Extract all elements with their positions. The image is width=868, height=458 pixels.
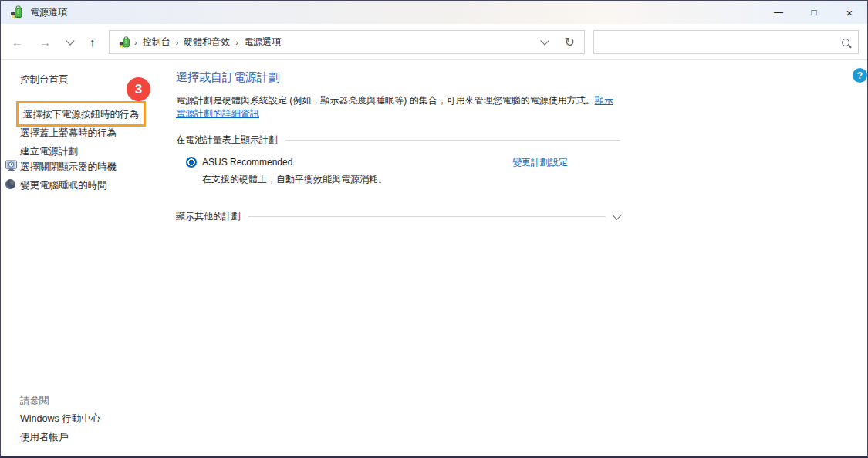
- help-button[interactable]: ?: [853, 68, 867, 83]
- search-icon[interactable]: [842, 39, 849, 46]
- intro-text: 電源計劃是硬體與系統設定 (例如，顯示器亮度與睡眠等) 的集合，可用來管理您電腦…: [176, 95, 595, 106]
- sidebar-item-choose-power-button-behavior[interactable]: 選擇按下電源按鈕時的行為: [16, 101, 146, 127]
- plan-radio-selected[interactable]: [186, 157, 197, 168]
- address-dropdown-chevron-icon[interactable]: [540, 36, 549, 45]
- show-additional-plans-expander[interactable]: 顯示其他的計劃: [176, 210, 620, 223]
- see-also-header: 請參閱: [20, 395, 49, 408]
- nav-buttons: ← → ↑: [12, 24, 96, 59]
- address-bar[interactable]: › 控制台 › 硬體和音效 › 電源選項 ↻: [109, 30, 585, 54]
- search-input[interactable]: [603, 36, 842, 49]
- plan-description: 在支援的硬體上，自動平衡效能與電源消耗。: [202, 173, 620, 186]
- maximize-button[interactable]: □: [796, 1, 832, 24]
- breadcrumb-item-control-panel[interactable]: 控制台: [143, 36, 171, 49]
- sidebar-item-change-sleep-time[interactable]: 變更電腦睡眠的時間: [20, 179, 107, 192]
- change-plan-settings-link[interactable]: 變更計劃設定: [512, 156, 568, 169]
- main-content: 選擇或自訂電源計劃 電源計劃是硬體與系統設定 (例如，顯示器亮度與睡眠等) 的集…: [176, 70, 620, 223]
- group-divider-line: [285, 140, 620, 141]
- back-button[interactable]: ←: [12, 36, 23, 48]
- sidebar-item-choose-lid-close-behavior[interactable]: 選擇蓋上螢幕時的行為: [20, 127, 117, 140]
- breadcrumb-separator: ›: [134, 38, 137, 47]
- power-plan-row: ASUS Recommended 變更計劃設定: [176, 157, 620, 168]
- minimize-button[interactable]: —: [761, 1, 796, 24]
- power-plug-battery-icon: [119, 36, 131, 49]
- battery-meter-plans-group: 在電池計量表上顯示計劃: [176, 134, 620, 147]
- battery-meter-group-label: 在電池計量表上顯示計劃: [176, 134, 278, 147]
- group-divider-line: [248, 216, 606, 217]
- sidebar-link-windows-mobility-center[interactable]: Windows 行動中心: [20, 412, 100, 426]
- sidebar-link-user-accounts[interactable]: 使用者帳戶: [20, 431, 69, 444]
- navigation-toolbar: ← → ↑ › 控制台 › 硬體和音效 › 電源選項 ↻: [1, 24, 867, 60]
- window-title: 電源選項: [30, 6, 67, 19]
- monitor-clock-icon: [5, 160, 17, 171]
- sidebar-item-label: 選擇按下電源按鈕時的行為: [23, 109, 139, 120]
- titlebar: 電源選項 — □ ×: [1, 1, 867, 24]
- breadcrumb-item-power-options[interactable]: 電源選項: [244, 36, 281, 49]
- breadcrumb-separator: ›: [176, 38, 179, 47]
- search-box[interactable]: [593, 30, 859, 54]
- up-button[interactable]: ↑: [90, 36, 96, 48]
- sleep-moon-icon: [5, 179, 15, 189]
- sidebar-item-choose-display-off-time[interactable]: 選擇關閉顯示器的時機: [20, 161, 117, 174]
- sidebar-item-control-panel-home[interactable]: 控制台首頁: [20, 73, 69, 87]
- forward-button[interactable]: →: [39, 36, 51, 48]
- sidebar-tasks: 控制台首頁 3 選擇按下電源按鈕時的行為 選擇蓋上螢幕時的行為 建立電源計劃 選…: [1, 60, 175, 456]
- additional-plans-label: 顯示其他的計劃: [176, 210, 241, 223]
- breadcrumb-separator: ›: [235, 38, 238, 47]
- recent-pages-chevron-icon[interactable]: [66, 36, 74, 45]
- plan-name-label[interactable]: ASUS Recommended: [202, 157, 292, 168]
- breadcrumb-item-hardware-and-sound[interactable]: 硬體和音效: [184, 36, 230, 49]
- refresh-icon[interactable]: ↻: [565, 36, 575, 49]
- annotation-badge: 3: [127, 77, 150, 101]
- close-button[interactable]: ×: [832, 1, 867, 24]
- power-plug-battery-icon: [10, 5, 24, 19]
- chevron-down-icon[interactable]: [612, 210, 622, 220]
- page-title: 選擇或自訂電源計劃: [176, 70, 620, 85]
- intro-paragraph: 電源計劃是硬體與系統設定 (例如，顯示器亮度與睡眠等) 的集合，可用來管理您電腦…: [176, 94, 620, 120]
- sidebar-item-create-power-plan[interactable]: 建立電源計劃: [20, 145, 78, 158]
- window-controls: — □ ×: [761, 1, 867, 24]
- power-options-window: 電源選項 — □ × ← → ↑ › 控制台 › 硬體和音: [0, 0, 868, 458]
